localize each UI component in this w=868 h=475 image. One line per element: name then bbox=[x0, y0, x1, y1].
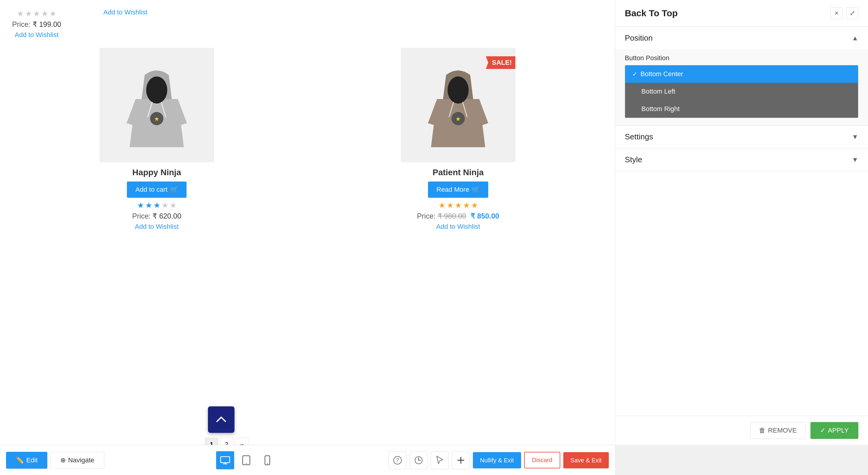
position-dropdown[interactable]: ✓ Bottom Center Bottom Left Bottom Right bbox=[625, 65, 858, 118]
settings-label: Settings bbox=[625, 132, 653, 141]
wishlist-patient-ninja[interactable]: Add to Wishlist bbox=[436, 223, 480, 231]
toolbar-center bbox=[109, 451, 384, 469]
desktop-view-button[interactable] bbox=[216, 451, 234, 469]
desktop-icon bbox=[220, 456, 230, 465]
top-product-right: Add to Wishlist bbox=[73, 6, 147, 39]
product-title-happy-ninja: Happy Ninja bbox=[132, 168, 181, 177]
remove-button[interactable]: 🗑 REMOVE bbox=[750, 422, 805, 439]
position-section: Position ▲ Button Position ✓ Bottom Cent… bbox=[615, 27, 868, 126]
price-happy-ninja: Price: ₹ 620.00 bbox=[132, 212, 181, 220]
svg-rect-10 bbox=[221, 456, 230, 463]
product-card-happy-ninja: ★ Happy Ninja Add to cart 🛒 ★ ★ ★ ★ ★ Pr… bbox=[12, 48, 301, 231]
star-5: ★ bbox=[471, 201, 478, 210]
apply-label: APPLY bbox=[828, 427, 849, 434]
star-4: ★ bbox=[161, 201, 168, 210]
edit-icon: ✏️ bbox=[16, 456, 24, 464]
panel-footer: 🗑 REMOVE ✓ APPLY bbox=[615, 416, 868, 445]
svg-point-0 bbox=[146, 76, 167, 104]
navigate-label: Navigate bbox=[68, 456, 94, 464]
content-area: ★ ★ ★ ★ ★ Price: ₹ 199.00 Add to Wishlis… bbox=[0, 0, 615, 475]
cart-icon: 🛒 bbox=[170, 186, 178, 194]
expand-panel-button[interactable]: ⤢ bbox=[846, 7, 858, 19]
top-right-wishlist-link[interactable]: Add to Wishlist bbox=[103, 8, 147, 16]
edit-button[interactable]: ✏️ Edit bbox=[6, 452, 47, 469]
top-wishlist-link[interactable]: Add to Wishlist bbox=[15, 31, 59, 39]
product-image-patient-ninja: SALE! ★ bbox=[401, 48, 516, 162]
wishlist-happy-ninja[interactable]: Add to Wishlist bbox=[135, 223, 179, 231]
dropdown-option-bottom-right[interactable]: Bottom Right bbox=[625, 100, 858, 118]
right-panel: Back To Top × ⤢ Position ▲ Button Positi… bbox=[615, 0, 868, 445]
star-3: ★ bbox=[33, 9, 40, 19]
bottom-toolbar: ✏️ Edit ⊕ Navigate bbox=[0, 445, 615, 475]
top-price: Price: ₹ 199.00 bbox=[12, 20, 61, 29]
star-4: ★ bbox=[41, 9, 48, 19]
history-button[interactable] bbox=[410, 451, 428, 469]
apply-button[interactable]: ✓ APPLY bbox=[810, 422, 858, 439]
plus-icon bbox=[456, 455, 466, 465]
add-to-cart-button-happy-ninja[interactable]: Add to cart 🛒 bbox=[127, 181, 186, 198]
position-section-header[interactable]: Position ▲ bbox=[615, 27, 868, 49]
star-1: ★ bbox=[17, 9, 24, 19]
svg-text:?: ? bbox=[396, 457, 399, 463]
cart-icon: 🛒 bbox=[472, 186, 480, 194]
product-image-happy-ninja: ★ bbox=[99, 48, 214, 162]
dropdown-option-bottom-center[interactable]: ✓ Bottom Center bbox=[625, 65, 858, 83]
read-more-label: Read More bbox=[436, 186, 469, 194]
toolbar-right: ? bbox=[389, 451, 609, 469]
tablet-view-button[interactable] bbox=[237, 451, 255, 469]
panel-header: Back To Top × ⤢ bbox=[615, 0, 868, 27]
help-icon: ? bbox=[393, 455, 402, 465]
remove-label: REMOVE bbox=[768, 427, 797, 434]
check-icon: ✓ bbox=[632, 70, 638, 78]
read-more-button-patient-ninja[interactable]: Read More 🛒 bbox=[428, 181, 488, 198]
top-product-left: ★ ★ ★ ★ ★ Price: ₹ 199.00 Add to Wishlis… bbox=[12, 6, 61, 39]
close-panel-button[interactable]: × bbox=[831, 7, 843, 19]
settings-section-header[interactable]: Settings ▼ bbox=[615, 126, 868, 148]
star-2: ★ bbox=[25, 9, 32, 19]
star-1: ★ bbox=[137, 201, 144, 210]
svg-marker-20 bbox=[437, 456, 443, 464]
star-3: ★ bbox=[153, 201, 160, 210]
price-patient-ninja: Price: ₹ 980.00 ₹ 850.00 bbox=[417, 212, 499, 220]
position-label: Position bbox=[625, 33, 653, 43]
option-label-bottom-left: Bottom Left bbox=[641, 88, 675, 95]
svg-point-14 bbox=[246, 463, 247, 464]
toolbar-left: ✏️ Edit ⊕ Navigate bbox=[6, 452, 104, 469]
history-icon bbox=[414, 455, 424, 465]
hoodie-image-patient-ninja: ★ bbox=[425, 63, 491, 147]
mobile-view-button[interactable] bbox=[258, 451, 276, 469]
cursor-button[interactable] bbox=[431, 451, 449, 469]
chevron-up-icon bbox=[215, 413, 228, 426]
stars-patient-ninja: ★ ★ ★ ★ ★ bbox=[438, 201, 478, 210]
dropdown-option-bottom-left[interactable]: Bottom Left bbox=[625, 83, 858, 100]
svg-text:★: ★ bbox=[154, 115, 159, 122]
svg-point-5 bbox=[447, 76, 469, 104]
add-to-cart-label: Add to cart bbox=[135, 186, 167, 194]
settings-section: Settings ▼ bbox=[615, 126, 868, 148]
back-to-top-button[interactable] bbox=[208, 406, 235, 433]
button-position-label: Button Position bbox=[625, 54, 858, 62]
svg-text:★: ★ bbox=[456, 115, 461, 122]
navigate-button[interactable]: ⊕ Navigate bbox=[50, 452, 104, 469]
discard-button[interactable]: Discard bbox=[524, 452, 560, 468]
product-grid: ★ Happy Ninja Add to cart 🛒 ★ ★ ★ ★ ★ Pr… bbox=[12, 45, 603, 234]
check-apply-icon: ✓ bbox=[820, 427, 826, 434]
sale-badge: SALE! bbox=[486, 56, 516, 69]
help-button[interactable]: ? bbox=[389, 451, 407, 469]
nullify-exit-button[interactable]: Nullify & Exit bbox=[473, 452, 521, 468]
save-exit-button[interactable]: Save & Exit bbox=[563, 452, 609, 468]
settings-arrow-icon: ▼ bbox=[852, 133, 858, 141]
star-3: ★ bbox=[455, 201, 462, 210]
style-section: Style ▼ bbox=[615, 148, 868, 171]
product-card-patient-ninja: SALE! ★ Patient Ninja bbox=[313, 48, 603, 231]
option-label-bottom-center: Bottom Center bbox=[641, 70, 683, 78]
style-section-header[interactable]: Style ▼ bbox=[615, 148, 868, 171]
add-button[interactable] bbox=[452, 451, 470, 469]
star-5: ★ bbox=[170, 201, 177, 210]
panel-header-icons: × ⤢ bbox=[831, 7, 858, 19]
tablet-icon bbox=[242, 455, 250, 465]
hoodie-image-happy-ninja: ★ bbox=[124, 63, 190, 147]
edit-label: Edit bbox=[26, 456, 38, 464]
trash-icon: 🗑 bbox=[759, 427, 766, 434]
style-label: Style bbox=[625, 155, 642, 164]
